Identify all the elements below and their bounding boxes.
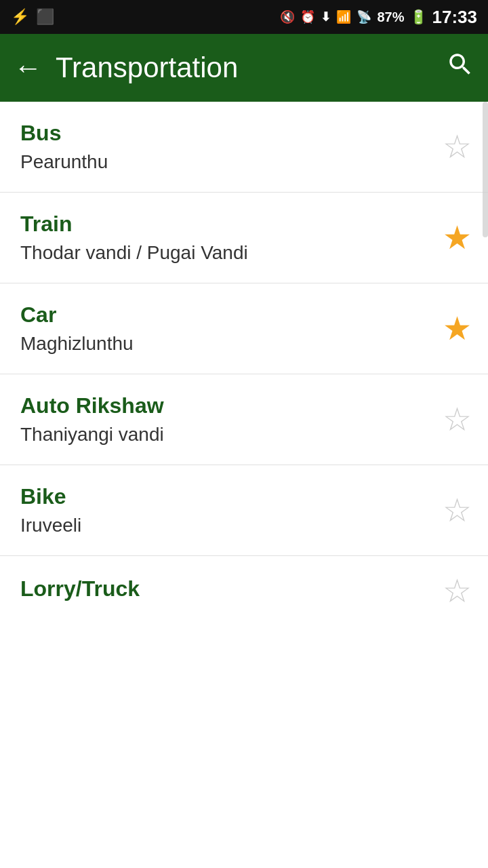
item-text-bike: Bike Iruveeli: [20, 484, 432, 536]
item-text-train: Train Thodar vandi / Pugai Vandi: [20, 212, 432, 264]
status-right-info: 🔇 ⏰ ⬇ 📶 📡 87% 🔋 17:33: [280, 7, 477, 28]
star-bike[interactable]: ☆: [443, 494, 472, 527]
star-train[interactable]: ★: [443, 222, 472, 254]
item-title-car: Car: [20, 302, 432, 328]
star-auto-rikshaw[interactable]: ☆: [443, 403, 472, 436]
item-text-car: Car Maghizlunthu: [20, 302, 432, 355]
status-bar: ⚡ ⬛ 🔇 ⏰ ⬇ 📶 📡 87% 🔋 17:33: [0, 0, 488, 34]
back-button[interactable]: ←: [14, 54, 42, 82]
star-lorry-truck[interactable]: ☆: [443, 575, 472, 608]
item-subtitle-bike: Iruveeli: [20, 515, 432, 536]
item-title-bike: Bike: [20, 484, 432, 509]
status-time: 17:33: [432, 7, 478, 28]
item-text-auto-rikshaw: Auto Rikshaw Thaniyangi vandi: [20, 393, 432, 446]
app-bar: ← Transportation: [0, 34, 488, 102]
status-left-icons: ⚡ ⬛: [11, 8, 54, 26]
item-subtitle-auto-rikshaw: Thaniyangi vandi: [20, 424, 432, 446]
scrollbar: [483, 102, 488, 237]
item-subtitle-bus: Pearunthu: [20, 151, 432, 173]
list-item-bus[interactable]: Bus Pearunthu ☆: [0, 102, 488, 193]
search-button[interactable]: [446, 50, 474, 85]
usb-icon: ⚡: [11, 8, 29, 26]
item-title-train: Train: [20, 212, 432, 237]
battery-icon: 🔋: [410, 9, 427, 25]
alarm-icon: ⏰: [300, 9, 315, 24]
battery-level: 87%: [377, 9, 404, 25]
item-title-bus: Bus: [20, 121, 432, 146]
star-bus[interactable]: ☆: [443, 131, 472, 163]
download-icon: ⬇: [321, 9, 331, 24]
list-item-car[interactable]: Car Maghizlunthu ★: [0, 283, 488, 374]
signal-icon: 📶: [336, 9, 351, 24]
transportation-list: Bus Pearunthu ☆ Train Thodar vandi / Pug…: [0, 102, 488, 627]
star-car[interactable]: ★: [443, 313, 472, 345]
item-title-lorry-truck: Lorry/Truck: [20, 576, 432, 601]
list-item-train[interactable]: Train Thodar vandi / Pugai Vandi ★: [0, 193, 488, 283]
list-item-lorry-truck[interactable]: Lorry/Truck ☆: [0, 556, 488, 627]
page-title: Transportation: [56, 52, 446, 84]
mute-icon: 🔇: [280, 9, 295, 24]
item-text-lorry-truck: Lorry/Truck: [20, 576, 432, 607]
item-subtitle-train: Thodar vandi / Pugai Vandi: [20, 242, 432, 264]
wifi-icon: 📡: [357, 9, 371, 24]
image-icon: ⬛: [36, 8, 54, 26]
item-text-bus: Bus Pearunthu: [20, 121, 432, 173]
item-subtitle-car: Maghizlunthu: [20, 333, 432, 355]
list-item-auto-rikshaw[interactable]: Auto Rikshaw Thaniyangi vandi ☆: [0, 374, 488, 465]
list-item-bike[interactable]: Bike Iruveeli ☆: [0, 465, 488, 556]
item-title-auto-rikshaw: Auto Rikshaw: [20, 393, 432, 418]
